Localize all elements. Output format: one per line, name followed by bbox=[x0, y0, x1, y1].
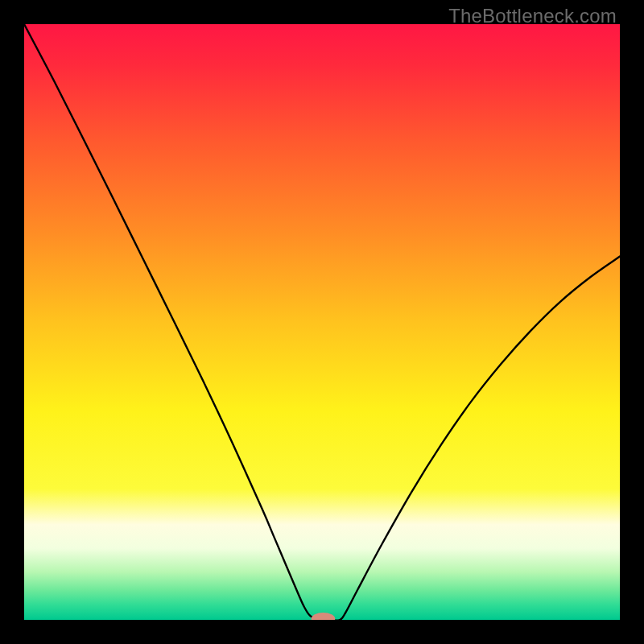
bottleneck-plot bbox=[24, 24, 620, 620]
plot-area bbox=[24, 24, 620, 620]
chart-frame: TheBottleneck.com bbox=[0, 0, 644, 644]
watermark-text: TheBottleneck.com bbox=[448, 5, 617, 27]
gradient-background bbox=[24, 24, 620, 620]
